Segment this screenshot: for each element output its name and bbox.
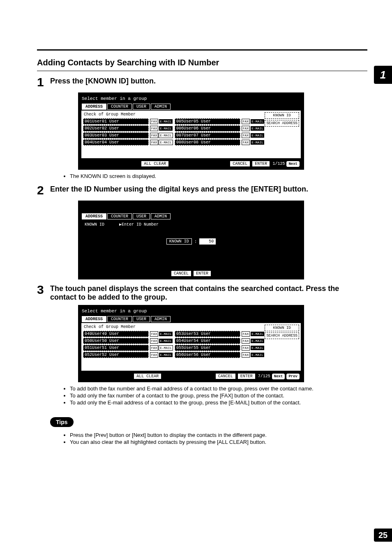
contact-id: 049	[85, 332, 92, 336]
email-button[interactable]: E-MAIL	[250, 345, 265, 351]
contact-name: User54 User	[184, 339, 211, 343]
fax-button[interactable]: FAX	[150, 352, 158, 358]
list-item[interactable]: 054User54 User	[175, 338, 240, 344]
tip-text: Press the [Prev] button or [Next] button…	[70, 432, 367, 438]
email-button[interactable]: E-MAIL	[250, 140, 265, 145]
screen-1: Select member in a group ADDRESS COUNTER…	[78, 92, 304, 170]
tab-counter[interactable]: COUNTER	[107, 104, 132, 110]
email-button[interactable]: E-MAIL	[250, 133, 265, 138]
fax-button[interactable]: FAX	[242, 338, 250, 344]
note-block-3: To add both the fax number and E-mail ad…	[53, 385, 367, 406]
email-button[interactable]: E-MAIL	[250, 119, 265, 124]
list-item[interactable]: 055User55 User	[175, 345, 240, 351]
fax-button[interactable]: FAX	[242, 345, 250, 351]
cancel-button[interactable]: CANCEL	[230, 161, 250, 167]
list-item[interactable]: 056User56 User	[175, 352, 240, 358]
contact-id: 003	[85, 133, 92, 138]
list-item[interactable]: 003User03 User	[83, 132, 149, 138]
known-id-button[interactable]: KNOWN ID	[265, 325, 299, 331]
contact-name: User52 User	[92, 353, 119, 357]
prev-button[interactable]: Prev	[286, 374, 300, 379]
tab-counter[interactable]: COUNTER	[107, 316, 132, 322]
email-button[interactable]: E-MAIL	[159, 133, 173, 138]
tab-user[interactable]: USER	[133, 316, 150, 322]
all-clear-button[interactable]: ALL CLEAR	[134, 373, 161, 379]
fax-button[interactable]: FAX	[150, 119, 158, 124]
fax-button[interactable]: FAX	[242, 119, 250, 124]
tab-address[interactable]: ADDRESS	[82, 104, 106, 110]
list-item[interactable]: 053User53 User	[175, 331, 240, 337]
fax-button[interactable]: FAX	[150, 126, 158, 131]
email-button[interactable]: E-MAIL	[159, 140, 173, 145]
enter-button[interactable]: ENTER	[252, 161, 270, 167]
fax-button[interactable]: FAX	[150, 345, 158, 351]
fax-button[interactable]: FAX	[242, 352, 250, 358]
enter-button[interactable]: ENTER	[193, 270, 211, 277]
fax-button[interactable]: FAX	[150, 140, 158, 145]
cancel-button[interactable]: CANCEL	[215, 373, 236, 379]
email-button[interactable]: E-MAIL	[159, 338, 173, 344]
cancel-button[interactable]: CANCEL	[171, 270, 191, 277]
enter-button[interactable]: ENTER	[238, 373, 256, 379]
email-button[interactable]: E-MAIL	[159, 126, 173, 131]
fax-button[interactable]: FAX	[150, 133, 158, 138]
fax-button[interactable]: FAX	[150, 338, 158, 344]
known-id-button[interactable]: KNOWN ID	[265, 112, 299, 119]
contact-name: User56 User	[184, 353, 211, 357]
tab-user[interactable]: USER	[133, 104, 150, 110]
search-address-button[interactable]: SEARCH ADDRESS	[265, 120, 299, 127]
list-item[interactable]: 004User04 User	[83, 139, 149, 145]
email-button[interactable]: E-MAIL	[159, 352, 173, 358]
contact-name: User04 User	[92, 140, 119, 145]
list-item[interactable]: 007User07 User	[175, 132, 240, 138]
tab-admin[interactable]: ADMIN	[151, 213, 171, 219]
email-button[interactable]: E-MAIL	[159, 119, 173, 124]
tips-label: Tips	[50, 417, 74, 427]
contact-name: User55 User	[184, 346, 211, 350]
list-item[interactable]: 051User51 User	[83, 345, 149, 351]
section-title: Adding Contacts by Searching with ID Num…	[37, 58, 367, 71]
list-item[interactable]: 050User50 User	[83, 338, 149, 344]
fax-button[interactable]: FAX	[242, 331, 250, 337]
tip-text: You can also clear the all highlighted c…	[70, 439, 367, 445]
email-button[interactable]: E-MAIL	[250, 338, 265, 344]
fax-button[interactable]: FAX	[242, 133, 250, 138]
fax-button[interactable]: FAX	[150, 331, 158, 337]
note-text: To add only the fax number of a contact …	[70, 392, 367, 399]
search-address-button[interactable]: SEARCH ADDRESS	[265, 332, 299, 339]
contact-id: 001	[85, 119, 92, 124]
fax-button[interactable]: FAX	[242, 140, 250, 145]
contact-name: User06 User	[184, 126, 211, 131]
known-id-input[interactable]: 50	[199, 238, 216, 245]
tab-user[interactable]: USER	[133, 213, 150, 219]
email-button[interactable]: E-MAIL	[159, 345, 173, 351]
email-button[interactable]: E-MAIL	[250, 331, 265, 337]
tab-address[interactable]: ADDRESS	[82, 213, 106, 219]
email-button[interactable]: E-MAIL	[250, 352, 265, 358]
list-item[interactable]: 008User08 User	[175, 139, 240, 145]
next-button[interactable]: Next	[272, 374, 285, 379]
tab-counter[interactable]: COUNTER	[107, 213, 132, 219]
tab-address[interactable]: ADDRESS	[82, 316, 106, 322]
tab-admin[interactable]: ADMIN	[151, 316, 171, 322]
tab-admin[interactable]: ADMIN	[151, 104, 171, 110]
screen-2: ADDRESS COUNTER USER ADMIN KNOWN ID ▶Ent…	[78, 201, 304, 279]
email-button[interactable]: E-MAIL	[250, 126, 265, 131]
contact-id: 002	[85, 126, 92, 131]
list-item[interactable]: 006User06 User	[175, 125, 240, 132]
next-button[interactable]: Next	[286, 161, 300, 167]
screen-3-title: Select member in a group	[80, 308, 302, 316]
top-rule	[37, 49, 367, 51]
list-item[interactable]: 002User02 User	[83, 125, 149, 132]
contact-id: 052	[85, 353, 92, 357]
list-item[interactable]: 001User01 User	[83, 118, 149, 125]
contact-name: User08 User	[184, 140, 211, 145]
email-button[interactable]: E-MAIL	[159, 331, 173, 337]
list-item[interactable]: 052User52 User	[83, 352, 149, 358]
fax-button[interactable]: FAX	[242, 126, 250, 131]
enter-id-prompt: ▶Enter ID Number	[119, 222, 159, 227]
list-item[interactable]: 049User49 User	[83, 331, 149, 337]
contact-id: 055	[176, 346, 184, 350]
list-item[interactable]: 005User05 User	[175, 118, 240, 125]
all-clear-button[interactable]: ALL CLEAR	[141, 161, 169, 167]
